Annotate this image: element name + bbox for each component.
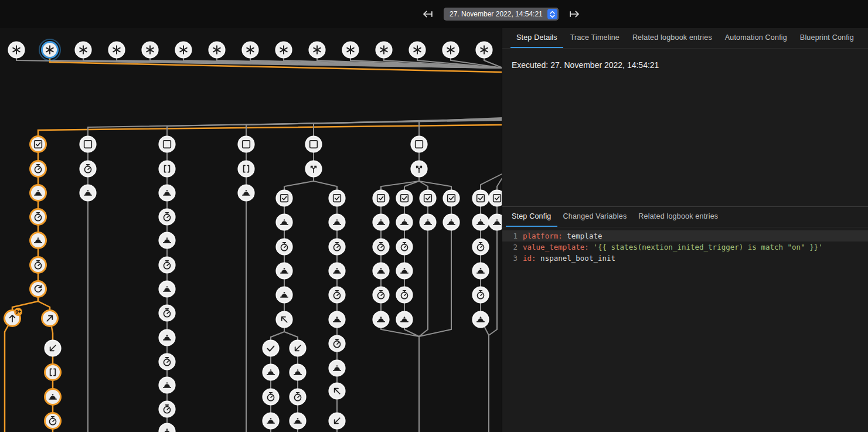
graph-node-timer[interactable] bbox=[159, 209, 175, 225]
graph-node-timer[interactable] bbox=[30, 161, 46, 177]
graph-node-service[interactable] bbox=[159, 185, 175, 201]
graph-node-asterisk[interactable] bbox=[176, 42, 192, 58]
graph-node-timer[interactable] bbox=[277, 239, 292, 255]
graph-node-service[interactable] bbox=[30, 233, 46, 249]
graph-node-service[interactable] bbox=[329, 312, 345, 328]
graph-node-repeat[interactable] bbox=[30, 281, 46, 297]
graph-node-checkbox-marked[interactable] bbox=[277, 191, 292, 206]
graph-node-service[interactable] bbox=[397, 263, 413, 279]
graph-node-timer[interactable] bbox=[159, 402, 175, 417]
graph-node-service[interactable] bbox=[373, 312, 389, 328]
tab-trace-timeline[interactable]: Trace Timeline bbox=[564, 28, 625, 48]
graph-node-arrow-up-right[interactable] bbox=[42, 311, 58, 326]
graph-node-checkbox-marked[interactable] bbox=[30, 137, 46, 152]
graph-node-asterisk[interactable] bbox=[243, 42, 258, 58]
graph-node-service[interactable] bbox=[30, 185, 46, 201]
graph-node-service[interactable] bbox=[373, 263, 389, 279]
graph-node-service[interactable] bbox=[329, 263, 345, 279]
graph-node-arrow-down-left[interactable] bbox=[329, 413, 345, 429]
graph-node-timer[interactable] bbox=[397, 239, 413, 255]
graph-node-timer[interactable] bbox=[159, 257, 175, 273]
graph-node-asterisk[interactable] bbox=[109, 42, 125, 58]
graph-node-service[interactable] bbox=[159, 330, 175, 346]
graph-node-service[interactable] bbox=[397, 312, 413, 328]
graph-node-checkbox-blank[interactable] bbox=[306, 137, 322, 152]
graph-node-service[interactable] bbox=[329, 360, 345, 376]
graph-node-service[interactable] bbox=[290, 413, 306, 429]
graph-node-arrow-down-left[interactable] bbox=[45, 341, 61, 356]
tab-step-details[interactable]: Step Details bbox=[510, 28, 563, 48]
graph-node-timer[interactable] bbox=[159, 305, 175, 321]
graph-node-timer[interactable] bbox=[329, 336, 345, 352]
graph-node-service[interactable] bbox=[45, 389, 61, 405]
graph-node-timer[interactable] bbox=[30, 257, 46, 273]
graph-node-timer[interactable] bbox=[80, 161, 96, 177]
graph-node-timer[interactable] bbox=[159, 354, 175, 370]
graph-node-checkbox-blank[interactable] bbox=[239, 137, 254, 152]
graph-node-asterisk[interactable] bbox=[209, 42, 225, 58]
graph-node-service[interactable] bbox=[277, 287, 292, 303]
graph-node-service[interactable] bbox=[444, 215, 459, 230]
previous-run-button[interactable] bbox=[420, 6, 436, 22]
graph-node-service[interactable] bbox=[159, 424, 175, 432]
graph-node-brackets[interactable] bbox=[239, 161, 254, 177]
graph-node-service[interactable] bbox=[277, 215, 292, 230]
graph-node-service[interactable] bbox=[420, 215, 436, 230]
graph-node-service[interactable] bbox=[277, 263, 292, 279]
graph-node-checkbox-blank[interactable] bbox=[80, 137, 96, 152]
graph-node-timer[interactable] bbox=[30, 209, 46, 225]
step-config-editor[interactable]: 1 platform: template 2 value_template: '… bbox=[502, 227, 868, 267]
graph-node-service[interactable] bbox=[263, 365, 279, 380]
graph-node-timer[interactable] bbox=[290, 389, 306, 405]
graph-node-service[interactable] bbox=[80, 185, 96, 201]
graph-node-checkbox-marked[interactable] bbox=[329, 191, 345, 206]
graph-node-checkbox-marked[interactable] bbox=[489, 191, 502, 206]
graph-node-service[interactable] bbox=[373, 215, 389, 230]
graph-node-asterisk[interactable] bbox=[39, 39, 60, 60]
graph-node-asterisk[interactable] bbox=[443, 42, 459, 58]
next-run-button[interactable] bbox=[566, 6, 583, 22]
graph-node-timer[interactable] bbox=[329, 239, 345, 255]
tab-blueprint-config[interactable]: Blueprint Config bbox=[794, 28, 860, 48]
run-select[interactable]: 27. November 2022, 14:54:21 bbox=[444, 8, 559, 21]
graph-node-checkbox-marked[interactable] bbox=[397, 191, 413, 206]
graph-node-arrow-down-left[interactable] bbox=[290, 341, 306, 356]
graph-node-timer[interactable] bbox=[473, 287, 489, 303]
tab-automation-config[interactable]: Automation Config bbox=[719, 28, 793, 48]
graph-node-brackets[interactable] bbox=[45, 365, 61, 380]
graph-node-asterisk[interactable] bbox=[376, 42, 392, 58]
graph-node-timer[interactable] bbox=[263, 389, 279, 405]
graph-node-timer[interactable] bbox=[45, 413, 61, 429]
tab-changed-variables[interactable]: Changed Variables bbox=[557, 207, 633, 227]
graph-node-asterisk[interactable] bbox=[343, 42, 359, 58]
graph-node-timer[interactable] bbox=[473, 239, 489, 255]
tab-related-logbook-entries[interactable]: Related logbook entries bbox=[627, 28, 718, 48]
graph-node-checkbox-blank[interactable] bbox=[411, 137, 427, 152]
graph-node-service[interactable] bbox=[290, 365, 306, 380]
graph-node-asterisk[interactable] bbox=[276, 42, 292, 58]
graph-node-split[interactable] bbox=[306, 161, 322, 177]
graph-node-service[interactable] bbox=[263, 413, 279, 429]
graph-node-service[interactable] bbox=[329, 215, 345, 230]
graph-node-service[interactable] bbox=[473, 215, 489, 230]
graph-node-asterisk[interactable] bbox=[476, 42, 492, 58]
graph-node-checkbox-marked[interactable] bbox=[473, 191, 489, 206]
graph-node-service[interactable] bbox=[159, 233, 175, 249]
graph-node-checkbox-marked[interactable] bbox=[420, 191, 436, 206]
graph-node-service[interactable] bbox=[473, 312, 489, 328]
graph-node-arrow-up[interactable]: 9+ bbox=[5, 308, 23, 326]
graph-node-service[interactable] bbox=[159, 281, 175, 297]
graph-node-check[interactable] bbox=[263, 341, 279, 356]
graph-node-asterisk[interactable] bbox=[142, 42, 158, 58]
graph-node-checkbox-blank[interactable] bbox=[159, 137, 175, 152]
graph-node-timer[interactable] bbox=[373, 239, 389, 255]
graph-node-checkbox-marked[interactable] bbox=[373, 191, 389, 206]
graph-node-asterisk[interactable] bbox=[410, 42, 426, 58]
tab-step-config[interactable]: Step Config bbox=[506, 207, 557, 227]
graph-node-timer[interactable] bbox=[397, 287, 413, 303]
graph-node-timer[interactable] bbox=[329, 287, 345, 303]
graph-node-service[interactable] bbox=[489, 215, 502, 230]
graph-node-asterisk[interactable] bbox=[309, 42, 325, 58]
graph-node-service[interactable] bbox=[473, 263, 489, 279]
graph-node-asterisk[interactable] bbox=[76, 42, 91, 58]
